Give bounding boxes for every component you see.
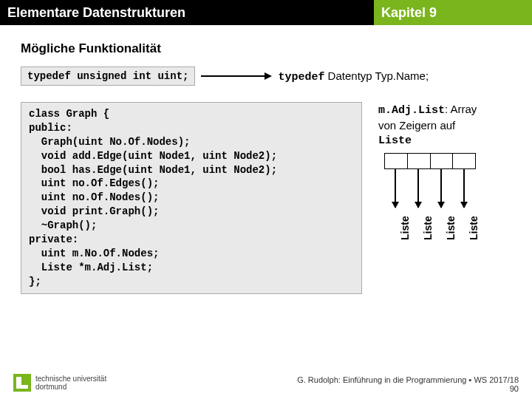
adjlist-text1: : Array (445, 103, 477, 115)
array-cell (453, 154, 475, 168)
tu-logo-icon (13, 374, 31, 392)
typedef-pattern: Datentyp Typ.Name; (324, 69, 429, 82)
list-label: Liste (468, 216, 480, 240)
array-cell (385, 154, 408, 168)
adjlist-description: m.Adj.List: Array von Zeigern auf Liste (378, 102, 511, 149)
university-name: technische universitätdortmund (35, 375, 106, 391)
down-arrow-icon (417, 169, 419, 208)
university-logo: technische universitätdortmund (13, 374, 106, 392)
list-label: Liste (445, 216, 457, 240)
adjlist-varname: m.Adj.List (378, 104, 445, 117)
typedef-explanation: typedef Datentyp Typ.Name; (278, 69, 429, 83)
arrow-icon (195, 72, 278, 80)
adjlist-diagram: Liste Liste Liste Liste (378, 153, 482, 249)
slide: Elementare Datenstrukturen Kapitel 9 Mög… (0, 0, 532, 399)
adjlist-text2: von Zeigern auf (378, 119, 455, 132)
down-arrow-icon (463, 169, 465, 208)
list-label: Liste (422, 216, 434, 240)
footer-credit: G. Rudolph: Einführung in die Programmie… (297, 375, 519, 384)
adjlist-panel: m.Adj.List: Array von Zeigern auf Liste … (378, 102, 511, 294)
array-box (384, 153, 476, 169)
slide-footer: G. Rudolph: Einführung in die Programmie… (297, 375, 519, 393)
list-label: Liste (399, 216, 411, 240)
class-row: class Graph { public: Graph(uint No.Of.N… (21, 102, 532, 294)
page-number: 90 (510, 384, 519, 393)
down-arrow-icon (395, 169, 396, 208)
array-cell (408, 154, 431, 168)
typedef-keyword: typedef (278, 71, 324, 83)
adjlist-type: Liste (378, 134, 412, 147)
header-bar: Elementare Datenstrukturen Kapitel 9 (0, 0, 532, 25)
header-title-right: Kapitel 9 (374, 0, 532, 25)
array-cell (431, 154, 454, 168)
section-subtitle: Mögliche Funktionalität (21, 41, 532, 56)
typedef-row: typedef unsigned int uint; typedef Daten… (21, 66, 532, 86)
class-code-box: class Graph { public: Graph(uint No.Of.N… (21, 102, 362, 294)
header-title-left: Elementare Datenstrukturen (0, 0, 374, 25)
down-arrow-icon (440, 169, 442, 208)
typedef-code-box: typedef unsigned int uint; (21, 66, 195, 86)
